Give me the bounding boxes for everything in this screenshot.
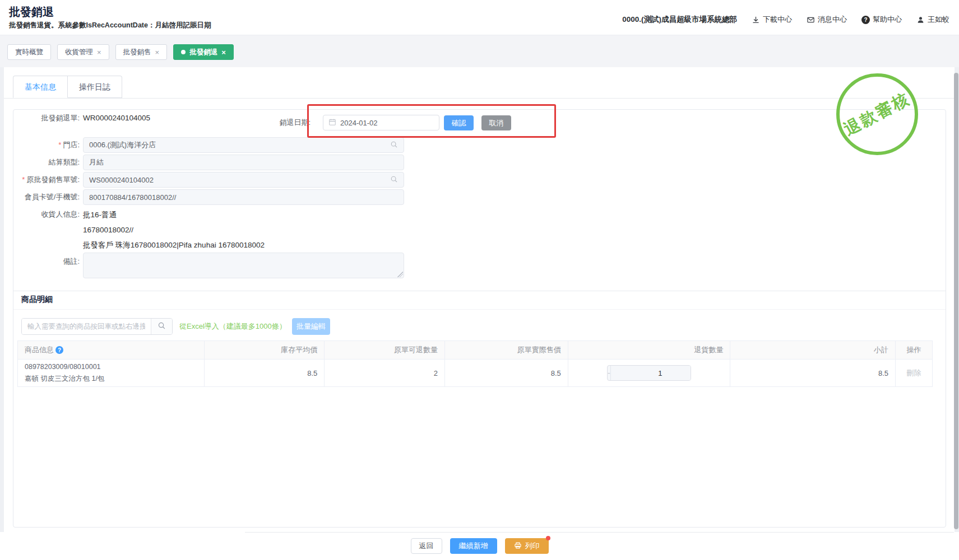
window-tab-label: 實時概覽 <box>15 48 43 57</box>
subtitle-prefix: 批發銷售退貨。系統參數 <box>9 21 86 29</box>
window-tab-band: 實時概覽 收貨管理 × 批發銷售 × 批發銷退 × <box>0 35 959 67</box>
settle-type-value: 月結 <box>89 157 398 167</box>
message-center-label: 消息中心 <box>818 15 847 25</box>
detail-section-title: 商品明細 <box>21 295 53 305</box>
required-mark: * <box>58 141 61 149</box>
back-button[interactable]: 返回 <box>411 538 442 554</box>
store-value: 0006.(測試)海洋分店 <box>89 140 390 150</box>
product-table: 商品信息? 庫存平均價 原單可退數量 原單實際售價 退貨數量 小計 操作 089… <box>17 340 933 387</box>
cell-return-qty: - + <box>568 360 731 386</box>
store-input[interactable]: 0006.(測試)海洋分店 <box>83 137 404 153</box>
member-value: 800170884/16780018002// <box>89 193 398 202</box>
delete-link[interactable]: 刪除 <box>907 368 921 378</box>
cell-actions: 刪除 <box>896 360 932 386</box>
section-divider <box>13 291 946 291</box>
user-name: 王如蛟 <box>928 15 949 25</box>
section-subdivider <box>13 309 946 310</box>
tab-operation-log[interactable]: 操作日誌 <box>68 76 122 98</box>
required-mark: * <box>22 175 25 184</box>
cell-subtotal: 8.5 <box>730 360 896 386</box>
window-tab-label: 批發銷退 <box>189 48 217 57</box>
user-menu[interactable]: 王如蛟 <box>916 15 949 25</box>
receiver-line-1: 批16-普通 <box>83 207 265 222</box>
header-label: 商品信息 <box>25 345 54 355</box>
close-icon[interactable]: × <box>97 49 101 56</box>
download-center-label: 下載中心 <box>763 15 792 25</box>
return-date-input[interactable]: 2024-01-02 <box>323 115 439 130</box>
message-center-link[interactable]: 消息中心 <box>807 15 847 25</box>
header-actual-price: 原單實際售價 <box>445 341 568 359</box>
header-avg-stock-price: 庫存平均價 <box>205 341 325 359</box>
header-product-info: 商品信息? <box>18 341 205 359</box>
product-search-button[interactable] <box>151 319 172 334</box>
stepper-qty-input[interactable] <box>611 366 691 380</box>
footer-buttons: 返回 繼續新增 列印 <box>0 538 959 554</box>
header-returnable-qty: 原單可退數量 <box>325 341 445 359</box>
window-tab-label: 批發銷售 <box>123 48 151 57</box>
print-button[interactable]: 列印 <box>505 538 549 554</box>
cancel-button[interactable]: 取消 <box>481 115 511 130</box>
cell-actual-price: 8.5 <box>445 360 568 386</box>
product-code: 08978203009/08010001 <box>25 362 104 372</box>
store-label: *門店: <box>13 137 80 153</box>
product-search-input[interactable] <box>22 319 151 334</box>
return-date-label: 銷退日期: <box>244 115 311 130</box>
product-name: 嘉頓 切皮三文治方包 1/包 <box>25 374 104 384</box>
member-input[interactable]: 800170884/16780018002// <box>83 189 404 205</box>
orig-order-label-text: 原批發銷售單號: <box>26 175 80 184</box>
help-center-link[interactable]: ? 幫助中心 <box>861 15 902 25</box>
batch-edit-button[interactable]: 批量編輯 <box>292 318 330 335</box>
excel-import-link[interactable]: 從Excel導入（建議最多1000條） <box>179 318 286 335</box>
header-return-qty: 退貨數量 <box>568 341 731 359</box>
page-subtitle: 批發銷售退貨。系統參數IsRecAccountDate：月結啓用記賬日期 <box>9 21 211 30</box>
cell-returnable-qty: 2 <box>325 360 445 386</box>
confirm-button[interactable]: 確認 <box>444 115 474 130</box>
continue-add-button[interactable]: 繼續新增 <box>450 538 497 554</box>
receiver-line-3: 批發客戶 珠海16780018002|Pifa zhuhai 167800180… <box>83 237 265 253</box>
download-icon <box>752 16 760 24</box>
subtitle-param: IsRecAccountDate <box>86 21 148 29</box>
envelope-icon <box>807 16 815 24</box>
window-tab-wholesale-return[interactable]: 批發銷退 × <box>173 44 234 60</box>
return-no-value: WR0000240104005 <box>83 110 150 126</box>
store-label-text: 門店: <box>63 141 80 149</box>
orig-order-input[interactable]: WS0000240104002 <box>83 172 404 188</box>
cell-product-info: 08978203009/08010001 嘉頓 切皮三文治方包 1/包 <box>18 360 205 386</box>
close-icon[interactable]: × <box>221 49 226 56</box>
header-actions: 0000.(測試)成昌超級市場系統總部 下載中心 消息中心 ? 幫助中心 王如蛟 <box>622 15 949 25</box>
download-center-link[interactable]: 下載中心 <box>752 15 792 25</box>
header-actions: 操作 <box>896 341 932 359</box>
product-search <box>21 318 173 335</box>
header-subtotal: 小計 <box>730 341 896 359</box>
page-tabs: 基本信息 操作日誌 <box>13 76 122 98</box>
settle-type-input[interactable]: 月結 <box>83 155 404 170</box>
print-label: 列印 <box>525 541 540 551</box>
window-tab-wholesale-sales[interactable]: 批發銷售 × <box>115 44 168 60</box>
top-header: 批發銷退 批發銷售退貨。系統參數IsRecAccountDate：月結啓用記賬日… <box>0 0 959 35</box>
help-center-label: 幫助中心 <box>873 15 902 25</box>
active-dot-icon <box>181 50 186 54</box>
vertical-scrollbar[interactable] <box>954 73 958 529</box>
search-icon <box>157 321 166 332</box>
basic-info-panel: 批發銷退單: WR0000240104005 銷退日期: 2024-01-02 … <box>13 109 946 528</box>
calendar-icon <box>328 118 336 128</box>
quantity-stepper: - + <box>607 365 691 381</box>
window-tab-receiving[interactable]: 收貨管理 × <box>57 44 109 60</box>
remark-textarea[interactable] <box>83 253 404 278</box>
receiver-line-2: 16780018002// <box>83 222 265 237</box>
page-title: 批發銷退 <box>9 4 54 20</box>
tab-basic-info[interactable]: 基本信息 <box>13 76 68 98</box>
cell-avg-stock-price: 8.5 <box>205 360 325 386</box>
resize-handle-icon[interactable] <box>396 270 403 277</box>
receiver-info: 批16-普通 16780018002// 批發客戶 珠海16780018002|… <box>83 207 265 253</box>
return-no-label: 批發銷退單: <box>13 110 80 126</box>
receiver-label: 收貨人信息: <box>13 207 80 222</box>
help-icon[interactable]: ? <box>55 346 63 354</box>
search-icon <box>390 141 398 150</box>
subtitle-suffix: ：月結啓用記賬日期 <box>148 21 211 29</box>
close-icon[interactable]: × <box>155 49 160 56</box>
window-tab-realtime-overview[interactable]: 實時概覽 <box>7 44 51 60</box>
notification-dot <box>546 536 550 540</box>
footer-bar: 返回 繼續新增 列印 <box>0 532 959 560</box>
tabs-underline <box>4 98 955 99</box>
